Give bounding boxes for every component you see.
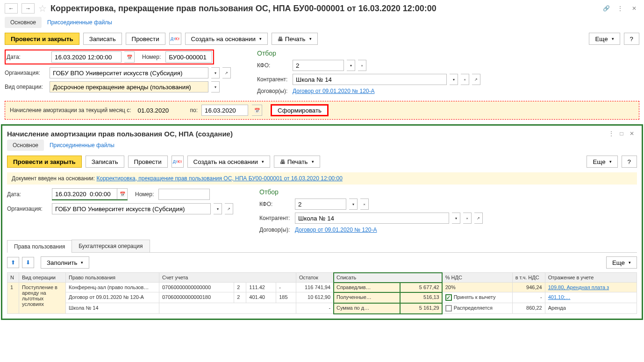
info-label: Документ введен на основании: xyxy=(12,175,95,182)
number-input[interactable] xyxy=(165,51,212,63)
back-button[interactable]: ← xyxy=(5,3,18,14)
sub-kfo-input[interactable] xyxy=(295,199,346,210)
contr-dropdown-icon[interactable]: ▾ xyxy=(450,74,458,85)
save-button[interactable]: Записать xyxy=(83,33,122,45)
tab-main[interactable]: Основное xyxy=(5,17,42,28)
sub-help-button[interactable]: ? xyxy=(622,156,637,168)
window-title: Корректировка, прекращение прав пользова… xyxy=(50,4,597,14)
contracts-label: Договор(ы): xyxy=(257,88,290,94)
sub-window-title: Начисление амортизации прав пользования … xyxy=(7,130,606,138)
sub-contr-label: Контрагент: xyxy=(259,215,292,221)
contracts-link[interactable]: Договор от 09.01.2020 № 120-А xyxy=(293,88,375,94)
sub-contracts-link[interactable]: Договор от 09.01.2020 № 120-А xyxy=(295,227,377,233)
post-button[interactable]: Провести xyxy=(126,33,165,45)
amort-to-input[interactable] xyxy=(201,105,248,116)
sub-post-close-button[interactable]: Провести и закрыть xyxy=(7,156,82,168)
vat-deduct-checkbox[interactable] xyxy=(445,294,452,301)
sub-close-icon[interactable]: ✕ xyxy=(627,128,637,139)
table-more-button[interactable]: Еще xyxy=(606,256,637,269)
close-icon[interactable]: ✕ xyxy=(629,3,639,14)
table-row[interactable]: 1 Поступление в аренду на льготных услов… xyxy=(7,283,637,292)
reflection-link-2[interactable]: 401.10;… xyxy=(548,294,571,300)
th-vatpct: % НДС xyxy=(442,273,512,283)
sub-contr-open-icon[interactable]: ↗ xyxy=(474,213,483,224)
sub-filter-title: Отбор xyxy=(259,188,637,196)
sub-date-input[interactable] xyxy=(52,188,117,199)
sub-org-dropdown-icon[interactable]: ▾ xyxy=(214,203,222,214)
contr-input[interactable] xyxy=(293,74,447,85)
amort-calendar-icon[interactable]: 📅 xyxy=(252,105,262,116)
dtkt-icon[interactable]: ДтКт xyxy=(169,33,181,45)
kfo-input[interactable] xyxy=(293,60,344,71)
sub-org-label: Организация: xyxy=(7,206,49,212)
org-open-icon[interactable]: ↗ xyxy=(222,67,231,78)
help-button[interactable]: ? xyxy=(624,33,639,45)
sub-kebab-icon[interactable]: ⋮ xyxy=(606,128,616,139)
info-link[interactable]: Корректировка, прекращение прав пользова… xyxy=(96,175,342,182)
sub-contr-dropdown-icon[interactable]: ▾ xyxy=(452,213,460,224)
optype-label: Вид операции: xyxy=(5,84,47,90)
amort-from-input[interactable] xyxy=(135,105,172,116)
th-writeoff: Списать xyxy=(334,273,443,283)
form-button[interactable]: Сформировать xyxy=(271,104,329,116)
number-label: Номер: xyxy=(142,54,161,60)
optype-dropdown-icon[interactable]: ▾ xyxy=(211,81,220,92)
kebab-icon[interactable]: ⋮ xyxy=(615,3,625,14)
sub-post-button[interactable]: Провести xyxy=(128,156,168,168)
th-account: Счет учета xyxy=(159,273,296,283)
kfo-label: КФО: xyxy=(257,62,290,69)
sub-maximize-icon[interactable]: □ xyxy=(616,128,627,139)
sub-calendar-icon[interactable]: 📅 xyxy=(117,188,128,199)
sub-contr-input[interactable] xyxy=(295,213,449,224)
tab-accounting[interactable]: Бухгалтерская операция xyxy=(72,240,150,252)
reflection-link-1[interactable]: 109.80, Арендная плата з xyxy=(548,284,609,290)
more-button[interactable]: Еще xyxy=(589,33,620,45)
sub-kfo-label: КФО: xyxy=(259,201,292,207)
sub-kfo-clear-icon[interactable]: × xyxy=(360,199,369,210)
row-up-button[interactable]: ⬆ xyxy=(7,257,19,268)
org-dropdown-icon[interactable]: ▾ xyxy=(211,67,220,78)
tab-files[interactable]: Присоединенные файлы xyxy=(42,17,118,28)
vat-dist-checkbox[interactable] xyxy=(445,305,452,312)
calendar-icon[interactable]: 📅 xyxy=(124,51,135,63)
sub-number-input[interactable] xyxy=(158,189,210,200)
link-icon[interactable]: 🔗 xyxy=(601,3,611,14)
contr-clear-icon[interactable]: × xyxy=(461,74,469,85)
date-input[interactable] xyxy=(51,51,122,63)
th-reflection: Отражение в учете xyxy=(545,273,637,283)
org-label: Организация: xyxy=(5,70,47,76)
sub-contr-clear-icon[interactable]: × xyxy=(463,213,472,224)
sub-more-button[interactable]: Еще xyxy=(587,156,617,168)
sub-kfo-dropdown-icon[interactable]: ▾ xyxy=(349,199,358,210)
row-down-button[interactable]: ⬇ xyxy=(22,257,34,268)
date-label: Дата: xyxy=(7,54,49,60)
fill-button[interactable]: Заполнить xyxy=(41,256,89,269)
printer-icon xyxy=(280,158,286,165)
kfo-clear-icon[interactable]: × xyxy=(358,60,366,71)
th-n: N xyxy=(7,273,19,283)
create-based-button[interactable]: Создать на основании xyxy=(185,33,268,45)
th-right: Право пользования xyxy=(66,273,159,283)
table-row[interactable]: Договор от 09.01.2020 № 120-А 0706000000… xyxy=(7,292,637,303)
sub-create-based-button[interactable]: Создать на основании xyxy=(187,156,270,168)
sub-org-input[interactable] xyxy=(52,203,211,214)
sub-print-button[interactable]: Печать xyxy=(274,156,320,168)
post-close-button[interactable]: Провести и закрыть xyxy=(5,33,79,45)
sub-save-button[interactable]: Записать xyxy=(86,156,124,168)
amort-label: Начисление амортизации за текущий месяц … xyxy=(10,107,131,114)
sub-dtkt-icon[interactable]: ДтКт xyxy=(172,156,184,168)
th-optype: Вид операции xyxy=(19,273,66,283)
contr-open-icon[interactable]: ↗ xyxy=(472,74,480,85)
sub-tab-main[interactable]: Основное xyxy=(7,140,44,151)
tab-rights[interactable]: Права пользования xyxy=(7,240,72,253)
kfo-dropdown-icon[interactable]: ▾ xyxy=(347,60,355,71)
table-row[interactable]: Школа № 14 - Сумма по д… 5 161,29 Распре… xyxy=(7,303,637,314)
sub-tab-files[interactable]: Присоединенные файлы xyxy=(44,140,120,151)
star-icon[interactable]: ☆ xyxy=(38,3,47,14)
org-input[interactable] xyxy=(50,67,208,78)
sub-org-open-icon[interactable]: ↗ xyxy=(225,203,233,214)
forward-button[interactable]: → xyxy=(21,3,35,14)
optype-input[interactable] xyxy=(50,81,208,92)
printer-icon xyxy=(278,35,283,43)
print-button[interactable]: Печать xyxy=(272,33,318,45)
